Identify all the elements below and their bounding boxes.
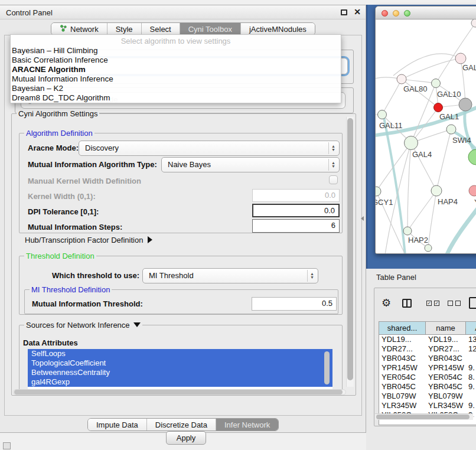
column-header-name[interactable]: name: [426, 322, 466, 335]
document-icon[interactable]: [469, 297, 476, 309]
tab-select-label: Select: [150, 25, 171, 34]
table-row[interactable]: YPR145WYPR145W9.: [379, 363, 476, 373]
tab-cyni-toolbox[interactable]: Cyni Toolbox: [180, 23, 241, 35]
mi-algorithm-type-combobox[interactable]: Naive Bayes ▲▼: [161, 157, 340, 172]
algorithm-definition-title: Algorithm Definition: [24, 129, 94, 138]
attribute-gal4rgexp[interactable]: gal4RGexp: [28, 377, 332, 387]
tab-network[interactable]: Network: [51, 23, 107, 35]
kernel-width-field[interactable]: 0.0: [252, 189, 340, 202]
checkbox-checked-icon[interactable]: ✓: [434, 301, 439, 306]
checkbox-unchecked-icon[interactable]: [448, 301, 453, 306]
node-unlabeled[interactable]: [459, 98, 472, 111]
expander-arrow-icon: [148, 236, 152, 243]
table-horizontal-scrollbar[interactable]: [375, 413, 473, 420]
node-gal10[interactable]: [432, 79, 441, 88]
table-row[interactable]: YER054CYER054C8.: [379, 373, 476, 382]
split-columns-icon[interactable]: [402, 299, 412, 308]
screen: Control Panel ✕ NetworkStyleSelectCyni T…: [0, 0, 476, 450]
network-desktop-area: GALGAL80GAL10GAL1GAL11SWI4GAL4GCY1HAP4YH…: [366, 5, 476, 269]
attr-list-scroll-thumb[interactable]: [324, 351, 330, 384]
gear-icon[interactable]: ⚙: [382, 296, 391, 309]
table-row[interactable]: YDL19...YDL19...13: [379, 335, 476, 344]
tab-impute-data[interactable]: Impute Data: [88, 419, 147, 431]
mi-threshold-field[interactable]: 0.5: [252, 297, 337, 311]
stepper-arrows-icon: ▲▼: [328, 142, 338, 154]
node-hap4[interactable]: [431, 185, 442, 196]
tab-discretize-data[interactable]: Discretize Data: [147, 419, 216, 431]
node-gal1[interactable]: [434, 103, 443, 112]
collapsed-panel-icon[interactable]: [3, 442, 11, 449]
float-panel-icon[interactable]: [341, 9, 347, 15]
node-unlabeled[interactable]: [468, 149, 476, 165]
tab-select[interactable]: Select: [142, 23, 180, 35]
threshold-definition-title: Threshold Definition: [24, 252, 96, 260]
node-gal80[interactable]: [397, 74, 406, 84]
apply-button[interactable]: Apply: [166, 431, 206, 445]
sources-title[interactable]: Sources for Network Inference: [24, 321, 142, 330]
mi-steps-field[interactable]: 6: [252, 219, 340, 233]
checkbox-unchecked-icon[interactable]: [455, 301, 461, 306]
algorithm-option-dream8-dc-tdc-algorithm[interactable]: Dream8 DC_TDC Algorithm: [11, 93, 341, 103]
panel-splitter-collapse-icon[interactable]: [361, 216, 364, 221]
table-row[interactable]: YLR345WYLR345W9.: [379, 401, 476, 410]
close-window-icon[interactable]: [382, 10, 388, 17]
node-label-gal11: GAL11: [379, 121, 403, 130]
table-cell: YDR27...: [379, 344, 426, 354]
node-gal4[interactable]: [405, 136, 418, 150]
node-gcy1[interactable]: [376, 187, 381, 196]
table-row[interactable]: YBL079WYBL079W: [379, 392, 476, 401]
dpi-tolerance-field[interactable]: 0.0: [252, 204, 340, 217]
manual-kernel-width-checkbox[interactable]: [329, 175, 338, 184]
node-gal[interactable]: [455, 53, 466, 64]
table-cell: 9.: [466, 363, 476, 373]
table-row[interactable]: YBR043CYBR043C: [379, 354, 476, 363]
node-unlabeled[interactable]: [471, 19, 476, 27]
dpi-tolerance-label: DPI Tolerance [0,1]:: [28, 207, 99, 216]
tab-style[interactable]: Style: [107, 23, 142, 35]
node-y[interactable]: [469, 185, 476, 196]
attribute-betweennesscentrality[interactable]: BetweennessCentrality: [28, 368, 332, 377]
algorithm-option-basic-correlation-inference[interactable]: Basic Correlation Inference: [11, 56, 341, 65]
node-unlabeled[interactable]: [425, 244, 432, 252]
network-canvas[interactable]: GALGAL80GAL10GAL1GAL11SWI4GAL4GCY1HAP4YH…: [376, 19, 476, 253]
data-attributes-label: Data Attributes: [23, 338, 78, 347]
algorithm-option-aracne-algorithm[interactable]: ARACNE Algorithm: [11, 65, 341, 74]
table-cell: YBR045C: [426, 382, 466, 392]
node-swi4[interactable]: [446, 125, 456, 134]
node-table: shared...nameA YDL19...YDL19...13YDR27..…: [379, 321, 476, 425]
table-hscroll-thumb[interactable]: [376, 415, 470, 419]
column-header-a[interactable]: A: [466, 322, 476, 335]
settings-vertical-scrollbar[interactable]: [346, 117, 354, 387]
attribute-selfloops[interactable]: SelfLoops: [28, 349, 332, 358]
aracne-mode-combobox[interactable]: Discovery ▲▼: [79, 141, 340, 156]
algorithm-dropdown-placeholder: Select algorithm to view settings: [11, 35, 341, 46]
table-cell: 8.: [466, 373, 476, 382]
table-cell: YDR27...: [426, 344, 466, 354]
algorithm-dropdown-list: Bayesian – Hill ClimbingBasic Correlatio…: [11, 46, 341, 103]
stepper-arrows-icon: ▲▼: [328, 159, 338, 171]
algorithm-option-bayesian-hill-climbing[interactable]: Bayesian – Hill Climbing: [11, 46, 341, 56]
column-header-shared[interactable]: shared...: [379, 322, 426, 335]
node-label-gal4: GAL4: [412, 150, 432, 159]
node-gal11[interactable]: [378, 110, 387, 119]
tab-style-label: Style: [116, 25, 133, 34]
table-row[interactable]: YBR045CYBR045C9.: [379, 382, 476, 392]
settings-horizontal-scrollbar[interactable]: [13, 389, 346, 395]
data-attributes-list[interactable]: SelfLoopsTopologicalCoefficientBetweenne…: [28, 349, 332, 389]
attribute-topologicalcoefficient[interactable]: TopologicalCoefficient: [28, 358, 332, 368]
algorithm-option-mutual-information-inference[interactable]: Mutual Information Inference: [11, 74, 341, 84]
checkbox-checked-icon[interactable]: ✓: [426, 301, 432, 306]
table-row[interactable]: YDR27...YDR27...12: [379, 344, 476, 354]
settings-vscroll-thumb[interactable]: [347, 118, 353, 380]
hub-definition-expander[interactable]: Hub/Transcription Factor Definition: [25, 236, 152, 244]
tab-infer-network-label: Infer Network: [224, 420, 270, 429]
settings-hscroll-thumb[interactable]: [14, 390, 343, 394]
tab-infer-network[interactable]: Infer Network: [216, 419, 278, 431]
which-threshold-combobox[interactable]: MI Threshold ▲▼: [142, 268, 318, 283]
zoom-window-icon[interactable]: [404, 10, 410, 17]
minimize-window-icon[interactable]: [393, 10, 399, 17]
close-panel-icon[interactable]: ✕: [354, 7, 361, 17]
tab-jactivemnodules[interactable]: jActiveMNodules: [241, 23, 315, 35]
node-hap2[interactable]: [403, 227, 412, 235]
algorithm-option-bayesian-k2[interactable]: Bayesian – K2: [11, 84, 341, 93]
